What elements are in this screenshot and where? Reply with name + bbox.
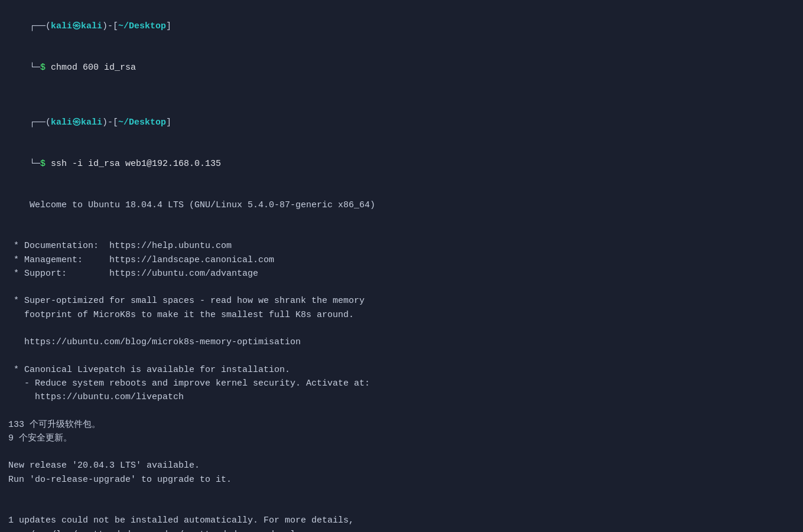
prompt-dir-1: ~/Desktop bbox=[118, 21, 166, 31]
terminal-window: ┌──(kali㉿kali)-[~/Desktop] └─$ chmod 600… bbox=[0, 0, 803, 532]
terminal-cmd-1: └─$ chmod 600 id_rsa bbox=[8, 47, 795, 89]
prompt-dir-2: ~/Desktop bbox=[118, 118, 166, 128]
output-packages-2: 9 个安全更新。 bbox=[8, 432, 795, 445]
empty-4 bbox=[8, 322, 795, 335]
output-updates-1: 1 updates could not be installed automat… bbox=[8, 514, 795, 527]
bracket-open-1: ┌──( bbox=[30, 21, 51, 31]
output-livepatch-2: - Reduce system reboots and improve kern… bbox=[8, 377, 795, 390]
output-updates-2: see /var/log/unattended-upgrades/unatten… bbox=[8, 528, 795, 533]
output-support: * Support: https://ubuntu.com/advantage bbox=[8, 267, 795, 280]
empty-8 bbox=[8, 487, 795, 500]
bracket-close-1: )-[ bbox=[102, 21, 118, 31]
empty-7 bbox=[8, 445, 795, 459]
output-livepatch-url: https://ubuntu.com/livepatch bbox=[8, 390, 795, 404]
empty-6 bbox=[8, 404, 795, 417]
output-microk8s-url: https://ubuntu.com/blog/microk8s-memory-… bbox=[8, 335, 795, 349]
empty-1 bbox=[8, 89, 795, 102]
output-doc: * Documentation: https://help.ubuntu.com bbox=[8, 239, 795, 253]
empty-3 bbox=[8, 280, 795, 294]
terminal-line-1: ┌──(kali㉿kali)-[~/Desktop] bbox=[8, 6, 795, 47]
cmd-text-1: chmod 600 id_rsa bbox=[45, 63, 136, 73]
prompt-corner-1: └─ bbox=[30, 63, 40, 73]
empty-9 bbox=[8, 500, 795, 514]
prompt-at-2: ㉿ bbox=[72, 118, 81, 128]
output-newrelease-1: New release '20.04.3 LTS' available. bbox=[8, 459, 795, 472]
output-welcome: Welcome to Ubuntu 18.04.4 LTS (GNU/Linux… bbox=[8, 184, 795, 226]
terminal-cmd-2: └─$ ssh -i id_rsa web1@192.168.0.135 bbox=[8, 143, 795, 185]
output-microk8s-1: * Super-optimized for small spaces - rea… bbox=[8, 294, 795, 308]
output-newrelease-2: Run 'do-release-upgrade' to upgrade to i… bbox=[8, 473, 795, 487]
prompt-at-1: ㉿ bbox=[72, 21, 81, 31]
prompt-user-1: kali bbox=[51, 21, 72, 31]
bracket-close-dir-1: ] bbox=[166, 21, 171, 31]
output-microk8s-2: footprint of MicroK8s to make it the sma… bbox=[8, 308, 795, 322]
prompt-dollar-1: $ bbox=[40, 63, 45, 73]
prompt-host-1: kali bbox=[81, 21, 102, 31]
terminal-line-2: ┌──(kali㉿kali)-[~/Desktop] bbox=[8, 102, 795, 143]
output-packages-1: 133 个可升级软件包。 bbox=[8, 418, 795, 432]
prompt-corner-2: └─ bbox=[30, 159, 40, 169]
bracket-close-dir-2: ] bbox=[166, 118, 171, 128]
prompt-user-2: kali bbox=[51, 118, 72, 128]
prompt-host-2: kali bbox=[81, 118, 102, 128]
empty-5 bbox=[8, 349, 795, 363]
bracket-open-2: ┌──( bbox=[30, 118, 51, 128]
empty-2 bbox=[8, 226, 795, 239]
cmd-text-2: ssh -i id_rsa web1@192.168.0.135 bbox=[45, 159, 221, 169]
output-mgmt: * Management: https://landscape.canonica… bbox=[8, 253, 795, 267]
prompt-dollar-2: $ bbox=[40, 159, 45, 169]
bracket-close-2: )-[ bbox=[102, 118, 118, 128]
output-livepatch-1: * Canonical Livepatch is available for i… bbox=[8, 363, 795, 377]
